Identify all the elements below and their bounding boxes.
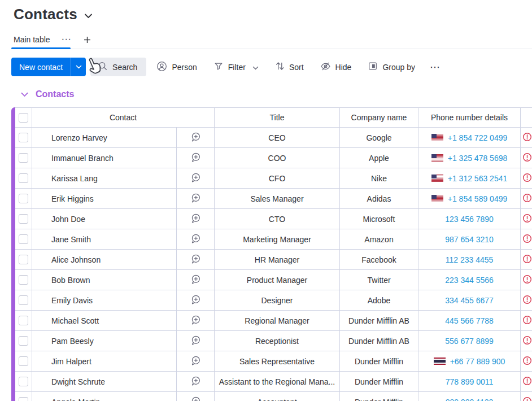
phone-cell[interactable]: 223 344 5566 [418,270,521,290]
contact-name-cell[interactable]: John Doe [32,209,177,229]
contact-name-cell[interactable]: Dwight Schrute [32,372,177,391]
board-title[interactable]: Contacts [14,6,77,23]
title-cell[interactable]: Marketing Manager [215,229,340,249]
title-cell[interactable]: Receptionist [215,331,340,351]
add-update-button[interactable] [177,189,215,208]
add-update-button[interactable] [177,229,215,249]
select-all-checkbox[interactable] [19,113,28,123]
row-checkbox[interactable] [19,133,28,142]
company-cell[interactable]: Dunder Mifflin AB [340,311,418,330]
group-collapse-icon[interactable] [21,89,28,99]
phone-number-link[interactable]: 445 566 7788 [445,316,494,325]
contact-name-cell[interactable]: Karissa Lang [32,168,177,188]
phone-cell[interactable]: 445 566 7788 [418,311,521,330]
title-cell[interactable]: Sales Manager [215,189,340,208]
contact-name-cell[interactable]: Jane Smith [32,229,177,249]
row-checkbox[interactable] [19,255,28,264]
company-cell[interactable]: Facebook [340,250,418,269]
phone-number-link[interactable]: 223 344 5566 [445,276,494,285]
company-cell[interactable]: Google [340,128,418,147]
toolbar-more-button[interactable]: ⋯ [425,58,445,76]
title-cell[interactable]: CFO [215,168,340,188]
contact-name-cell[interactable]: Pam Beesly [32,331,177,351]
title-cell[interactable]: Sales Representative [215,351,340,371]
phone-cell[interactable]: 987 654 3210 [418,229,521,249]
title-cell[interactable]: COO [215,148,340,168]
title-cell[interactable]: Product Manager [215,270,340,290]
company-cell[interactable]: Nike [340,168,418,188]
phone-cell[interactable]: +1 854 589 0499 [418,189,521,208]
company-cell[interactable]: Apple [340,148,418,168]
column-header-title[interactable]: Title [215,108,340,127]
contact-name-cell[interactable]: Lorenzo Harvey [32,128,177,147]
phone-cell[interactable]: 889 900 1122 [418,392,521,401]
phone-number-link[interactable]: 556 677 8899 [445,337,494,346]
column-header-phone[interactable]: Phone number details [418,108,521,127]
sort-button[interactable]: Sort [269,58,310,76]
row-checkbox[interactable] [19,356,28,366]
company-cell[interactable]: Adobe [340,290,418,310]
filter-dropdown-icon[interactable] [252,63,259,72]
company-cell[interactable]: Amazon [340,229,418,249]
row-checkbox[interactable] [19,295,28,305]
phone-cell[interactable]: 778 899 0011 [418,372,521,391]
phone-number-link[interactable]: 889 900 1122 [446,398,494,401]
row-checkbox[interactable] [19,194,28,203]
add-update-button[interactable] [177,128,215,147]
phone-number-link[interactable]: +66 77 889 900 [450,357,505,366]
add-update-button[interactable] [177,168,215,188]
add-update-button[interactable] [177,311,215,330]
phone-number-link[interactable]: 987 654 3210 [445,235,494,244]
row-checkbox[interactable] [19,153,28,163]
phone-number-link[interactable]: 123 456 7890 [445,215,494,224]
add-update-button[interactable] [177,250,215,269]
add-update-button[interactable] [177,372,215,391]
phone-cell[interactable]: 123 456 7890 [418,209,521,229]
row-checkbox[interactable] [19,377,28,386]
row-checkbox[interactable] [19,397,28,401]
contact-name-cell[interactable]: Jim Halpert [32,351,177,371]
tab-main-table[interactable]: Main table [14,35,50,44]
title-cell[interactable]: Designer [215,290,340,310]
phone-cell[interactable]: +66 77 889 900 [418,351,521,371]
phone-number-link[interactable]: +1 854 589 0499 [448,194,508,203]
phone-number-link[interactable]: +1 854 722 0499 [448,133,508,142]
phone-cell[interactable]: 112 233 4455 [418,250,521,269]
phone-cell[interactable]: +1 312 563 2541 [418,168,521,188]
person-button[interactable]: Person [150,58,203,76]
chevron-down-icon[interactable] [84,11,93,21]
phone-number-link[interactable]: 112 233 4455 [446,255,494,264]
row-checkbox[interactable] [19,316,28,325]
contact-name-cell[interactable]: Michael Scott [32,311,177,330]
add-view-icon[interactable] [84,36,91,43]
add-update-button[interactable] [177,209,215,229]
phone-cell[interactable]: +1 325 478 5698 [418,148,521,168]
row-checkbox[interactable] [19,173,28,183]
add-update-button[interactable] [177,290,215,310]
add-update-button[interactable] [177,351,215,371]
phone-number-link[interactable]: 334 455 6677 [445,296,494,305]
company-cell[interactable]: Dunder Mifflin [340,351,418,371]
company-cell[interactable]: Microsoft [340,209,418,229]
title-cell[interactable]: Accountant [215,392,340,401]
title-cell[interactable]: CEO [215,128,340,147]
group-title[interactable]: Contacts [36,89,74,99]
group-by-button[interactable]: Group by [361,58,421,76]
contact-name-cell[interactable]: Immanuel Branch [32,148,177,168]
row-checkbox[interactable] [19,214,28,224]
tab-options-icon[interactable]: ⋯ [62,37,71,42]
add-update-button[interactable] [177,331,215,351]
contact-name-cell[interactable]: Erik Higgins [32,189,177,208]
phone-cell[interactable]: 334 455 6677 [418,290,521,310]
column-header-company[interactable]: Company name [340,108,418,127]
contact-name-cell[interactable]: Emily Davis [32,290,177,310]
contact-name-cell[interactable]: Angela Martin [32,392,177,401]
add-update-button[interactable] [177,270,215,290]
company-cell[interactable]: Twitter [340,270,418,290]
phone-cell[interactable]: 556 677 8899 [418,331,521,351]
filter-button[interactable]: Filter [207,58,265,76]
company-cell[interactable]: Dunder Mifflin AB [340,331,418,351]
phone-number-link[interactable]: 778 899 0011 [446,377,494,386]
phone-number-link[interactable]: +1 325 478 5698 [448,154,508,163]
title-cell[interactable]: Regional Manager [215,311,340,330]
